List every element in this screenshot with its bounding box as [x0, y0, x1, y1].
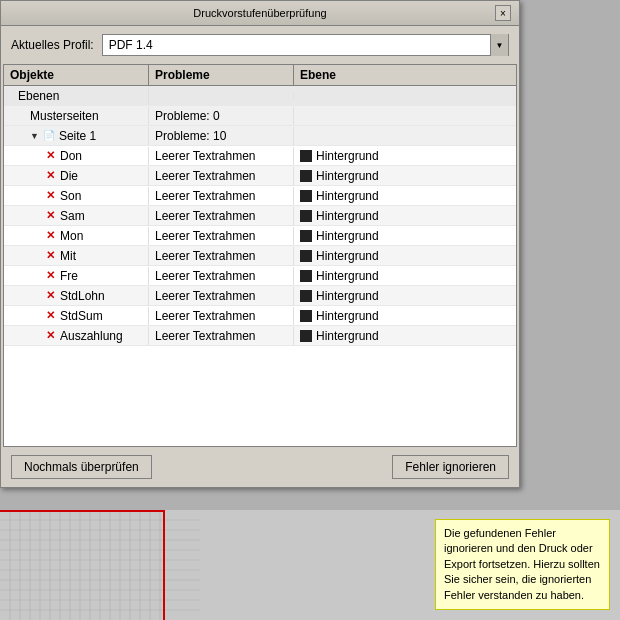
fre-label: Fre: [60, 269, 78, 283]
level-text-fre: Hintergrund: [316, 269, 379, 283]
level-text-auszahlung: Hintergrund: [316, 329, 379, 343]
die-label: Die: [60, 169, 78, 183]
row-level-seite1: [294, 134, 516, 138]
tree-row-stdsum[interactable]: ✕ StdSum Leerer Textrahmen Hintergrund: [4, 306, 516, 326]
row-level-son: Hintergrund: [294, 187, 516, 205]
row-name-mon: ✕ Mon: [4, 227, 149, 245]
row-name-ebenen: Ebenen: [4, 87, 149, 105]
don-label: Don: [60, 149, 82, 163]
dialog-title: Druckvorstufenüberprüfung: [25, 7, 495, 19]
row-problems-musterseiten: Probleme: 0: [149, 107, 294, 125]
error-icon-son: ✕: [44, 189, 56, 202]
row-level-sam: Hintergrund: [294, 207, 516, 225]
error-icon-stdsum: ✕: [44, 309, 56, 322]
row-level-die: Hintergrund: [294, 167, 516, 185]
color-square-mit: [300, 250, 312, 262]
row-problems-die: Leerer Textrahmen: [149, 167, 294, 185]
tooltip: Die gefundenen Fehler ignorieren und den…: [435, 519, 610, 610]
ignore-button[interactable]: Fehler ignorieren: [392, 455, 509, 479]
color-square-son: [300, 190, 312, 202]
page-icon: 📄: [43, 130, 55, 141]
error-icon-fre: ✕: [44, 269, 56, 282]
level-text-stdlohn: Hintergrund: [316, 289, 379, 303]
seite1-label: Seite 1: [59, 129, 96, 143]
level-text-stdsum: Hintergrund: [316, 309, 379, 323]
tree-row-don[interactable]: ✕ Don Leerer Textrahmen Hintergrund: [4, 146, 516, 166]
row-problems-mon: Leerer Textrahmen: [149, 227, 294, 245]
level-text-sam: Hintergrund: [316, 209, 379, 223]
tree-row-seite1[interactable]: ▼ 📄 Seite 1 Probleme: 10: [4, 126, 516, 146]
col-header-problems: Probleme: [149, 65, 294, 85]
dialog: Druckvorstufenüberprüfung × Aktuelles Pr…: [0, 0, 520, 488]
row-level-ebenen: [294, 94, 516, 98]
row-name-stdlohn: ✕ StdLohn: [4, 287, 149, 305]
row-level-mon: Hintergrund: [294, 227, 516, 245]
row-problems-stdlohn: Leerer Textrahmen: [149, 287, 294, 305]
tree-row-musterseiten[interactable]: Musterseiten Probleme: 0: [4, 106, 516, 126]
recheck-button[interactable]: Nochmals überprüfen: [11, 455, 152, 479]
row-level-stdlohn: Hintergrund: [294, 287, 516, 305]
level-text-son: Hintergrund: [316, 189, 379, 203]
tree-row-mit[interactable]: ✕ Mit Leerer Textrahmen Hintergrund: [4, 246, 516, 266]
sam-label: Sam: [60, 209, 85, 223]
error-icon-stdlohn: ✕: [44, 289, 56, 302]
error-icon-mit: ✕: [44, 249, 56, 262]
tree-row-fre[interactable]: ✕ Fre Leerer Textrahmen Hintergrund: [4, 266, 516, 286]
stdsum-label: StdSum: [60, 309, 103, 323]
row-level-don: Hintergrund: [294, 147, 516, 165]
ebenen-label: Ebenen: [18, 89, 59, 103]
tree-row-mon[interactable]: ✕ Mon Leerer Textrahmen Hintergrund: [4, 226, 516, 246]
tree-table: Objekte Probleme Ebene Ebenen Musterseit…: [3, 64, 517, 447]
tree-row-ebenen[interactable]: Ebenen: [4, 86, 516, 106]
button-area: Nochmals überprüfen Fehler ignorieren: [1, 447, 519, 487]
profile-row: Aktuelles Profil: PDF 1.4 ▼: [1, 26, 519, 64]
row-name-musterseiten: Musterseiten: [4, 107, 149, 125]
tree-row-die[interactable]: ✕ Die Leerer Textrahmen Hintergrund: [4, 166, 516, 186]
color-square-stdlohn: [300, 290, 312, 302]
row-problems-stdsum: Leerer Textrahmen: [149, 307, 294, 325]
color-square-stdsum: [300, 310, 312, 322]
row-level-stdsum: Hintergrund: [294, 307, 516, 325]
close-button[interactable]: ×: [495, 5, 511, 21]
tree-row-sam[interactable]: ✕ Sam Leerer Textrahmen Hintergrund: [4, 206, 516, 226]
stdlohn-label: StdLohn: [60, 289, 105, 303]
color-square-don: [300, 150, 312, 162]
musterseiten-label: Musterseiten: [30, 109, 99, 123]
tree-row-stdlohn[interactable]: ✕ StdLohn Leerer Textrahmen Hintergrund: [4, 286, 516, 306]
row-name-auszahlung: ✕ Auszahlung: [4, 327, 149, 345]
row-level-mit: Hintergrund: [294, 247, 516, 265]
auszahlung-label: Auszahlung: [60, 329, 123, 343]
mon-label: Mon: [60, 229, 83, 243]
row-name-mit: ✕ Mit: [4, 247, 149, 265]
level-text-mon: Hintergrund: [316, 229, 379, 243]
color-square-auszahlung: [300, 330, 312, 342]
tree-row-son[interactable]: ✕ Son Leerer Textrahmen Hintergrund: [4, 186, 516, 206]
level-text-die: Hintergrund: [316, 169, 379, 183]
row-problems-auszahlung: Leerer Textrahmen: [149, 327, 294, 345]
row-problems-seite1: Probleme: 10: [149, 127, 294, 145]
row-problems-mit: Leerer Textrahmen: [149, 247, 294, 265]
title-bar: Druckvorstufenüberprüfung ×: [1, 1, 519, 26]
mit-label: Mit: [60, 249, 76, 263]
dropdown-arrow-icon[interactable]: ▼: [490, 34, 508, 56]
profile-select[interactable]: PDF 1.4 ▼: [102, 34, 509, 56]
row-level-musterseiten: [294, 114, 516, 118]
profile-label: Aktuelles Profil:: [11, 38, 94, 52]
row-name-don: ✕ Don: [4, 147, 149, 165]
row-name-son: ✕ Son: [4, 187, 149, 205]
tree-row-auszahlung[interactable]: ✕ Auszahlung Leerer Textrahmen Hintergru…: [4, 326, 516, 346]
color-square-mon: [300, 230, 312, 242]
profile-value: PDF 1.4: [103, 38, 490, 52]
row-name-fre: ✕ Fre: [4, 267, 149, 285]
error-icon-die: ✕: [44, 169, 56, 182]
row-problems-ebenen: [149, 94, 294, 98]
error-icon-auszahlung: ✕: [44, 329, 56, 342]
row-problems-don: Leerer Textrahmen: [149, 147, 294, 165]
table-header: Objekte Probleme Ebene: [4, 65, 516, 86]
row-name-seite1: ▼ 📄 Seite 1: [4, 127, 149, 145]
color-square-sam: [300, 210, 312, 222]
col-header-objects: Objekte: [4, 65, 149, 85]
row-problems-son: Leerer Textrahmen: [149, 187, 294, 205]
expand-icon[interactable]: ▼: [30, 131, 39, 141]
level-text-don: Hintergrund: [316, 149, 379, 163]
